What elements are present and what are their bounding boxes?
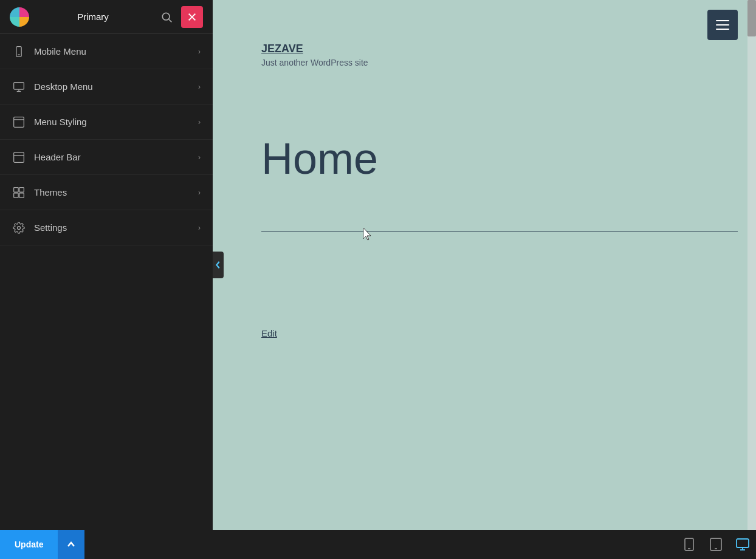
chevron-right-icon: › xyxy=(198,83,201,91)
menu-styling-label: Menu Styling xyxy=(34,117,198,127)
chevron-right-icon: › xyxy=(198,47,201,56)
sidebar: Primary xyxy=(0,0,213,530)
sidebar-nav: Mobile Menu › Desktop Menu › xyxy=(0,34,213,530)
mobile-view-button[interactable] xyxy=(676,530,703,559)
bottom-toolbar: Update xyxy=(0,530,756,559)
themes-icon xyxy=(12,186,26,199)
close-button[interactable] xyxy=(181,6,203,28)
desktop-icon xyxy=(12,80,26,94)
svg-rect-16 xyxy=(19,193,24,197)
hamburger-line-2 xyxy=(716,24,729,26)
sidebar-header: Primary xyxy=(0,0,213,34)
app-logo xyxy=(10,7,29,27)
chevron-right-icon: › xyxy=(198,224,201,232)
desktop-menu-label: Desktop Menu xyxy=(34,81,198,92)
svg-rect-22 xyxy=(737,539,749,547)
edit-link[interactable]: Edit xyxy=(261,328,277,338)
svg-rect-4 xyxy=(16,46,21,57)
desktop-device-icon xyxy=(736,538,749,550)
scrollbar-track[interactable] xyxy=(747,0,756,530)
sidebar-item-header-bar[interactable]: Header Bar › xyxy=(0,140,213,175)
chevron-up-icon xyxy=(67,541,75,548)
sidebar-item-menu-styling[interactable]: Menu Styling › xyxy=(0,105,213,140)
styling-icon xyxy=(12,115,26,129)
chevron-right-icon: › xyxy=(198,153,201,162)
chevron-right-icon: › xyxy=(198,118,201,126)
site-title-area: JEZAVE Just another WordPress site xyxy=(261,43,368,67)
collapse-sidebar-button[interactable] xyxy=(213,252,224,278)
page-heading: Home xyxy=(261,134,378,183)
svg-point-0 xyxy=(162,13,170,20)
site-name[interactable]: JEZAVE xyxy=(261,43,368,55)
cursor xyxy=(363,228,373,241)
search-button[interactable] xyxy=(157,7,176,27)
up-arrow-button[interactable] xyxy=(58,530,84,559)
svg-line-1 xyxy=(169,19,172,22)
svg-point-17 xyxy=(18,226,21,229)
close-icon xyxy=(187,12,197,22)
chevron-left-icon xyxy=(215,261,221,269)
scrollbar-thumb[interactable] xyxy=(747,0,756,36)
sidebar-item-settings[interactable]: Settings › xyxy=(0,210,213,245)
page-divider xyxy=(261,231,738,231)
site-tagline: Just another WordPress site xyxy=(261,58,368,67)
desktop-view-button[interactable] xyxy=(729,530,756,559)
svg-rect-13 xyxy=(14,187,19,192)
sidebar-title: Primary xyxy=(29,12,157,22)
update-button[interactable]: Update xyxy=(0,530,58,559)
svg-rect-6 xyxy=(14,82,24,89)
svg-rect-14 xyxy=(19,187,24,192)
header-bar-label: Header Bar xyxy=(34,152,198,162)
svg-rect-9 xyxy=(14,117,24,127)
mobile-menu-label: Mobile Menu xyxy=(34,46,198,57)
tablet-device-icon xyxy=(710,538,722,551)
svg-rect-11 xyxy=(14,152,24,162)
header-icon xyxy=(12,151,26,164)
hamburger-line-1 xyxy=(716,20,729,21)
settings-label: Settings xyxy=(34,222,198,233)
hamburger-line-3 xyxy=(716,29,729,30)
preview-menu-button[interactable] xyxy=(707,10,738,40)
sidebar-item-mobile-menu[interactable]: Mobile Menu › xyxy=(0,34,213,69)
sidebar-item-themes[interactable]: Themes › xyxy=(0,175,213,210)
mobile-device-icon xyxy=(684,538,695,551)
sidebar-item-desktop-menu[interactable]: Desktop Menu › xyxy=(0,69,213,105)
chevron-right-icon: › xyxy=(198,188,201,197)
tablet-view-button[interactable] xyxy=(703,530,729,559)
themes-label: Themes xyxy=(34,187,198,197)
mobile-icon xyxy=(12,45,26,58)
settings-icon xyxy=(12,221,26,235)
svg-rect-15 xyxy=(14,193,19,197)
search-icon xyxy=(160,11,173,23)
preview-area: JEZAVE Just another WordPress site Home … xyxy=(213,0,756,530)
